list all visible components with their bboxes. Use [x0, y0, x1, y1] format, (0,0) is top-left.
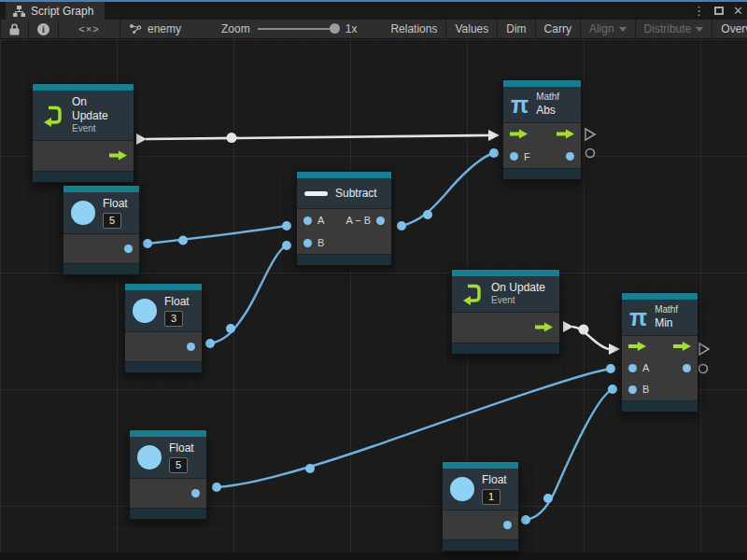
flow-input-port[interactable]	[510, 129, 528, 140]
node-accent-bar	[125, 284, 202, 290]
value-input-port-b[interactable]	[628, 385, 637, 394]
zoom-slider[interactable]	[258, 28, 338, 30]
graph-breadcrumb[interactable]: enemy	[120, 20, 190, 38]
kebab-menu-icon[interactable]: ⋮	[693, 5, 705, 17]
node-float-5-bottom[interactable]: Float 5	[129, 429, 207, 520]
edge-midpoint-dot[interactable]	[226, 324, 235, 333]
edge-float5bottom-to-min-a[interactable]	[217, 369, 611, 487]
node-mathf-min[interactable]: π Mathf Min A	[621, 292, 698, 413]
edge-onupdate1-to-abs[interactable]	[146, 135, 488, 139]
flow-output-port[interactable]	[535, 322, 553, 333]
node-footer	[622, 400, 698, 412]
value-input-port-b[interactable]	[303, 239, 312, 247]
edge-endpoint-dot	[282, 241, 291, 250]
edge-midpoint-dot[interactable]	[227, 133, 237, 143]
edge-float1-to-min-b[interactable]	[526, 389, 613, 520]
float-icon	[450, 477, 474, 501]
value-output-port[interactable]	[376, 217, 385, 225]
node-accent-bar	[452, 270, 559, 276]
value-output-port[interactable]	[191, 489, 200, 497]
mathf-pi-icon: π	[629, 305, 647, 329]
node-title: Float	[103, 197, 128, 211]
node-on-update-1[interactable]: On Update Event	[32, 83, 134, 183]
node-float-5-top[interactable]: Float 5	[63, 185, 140, 275]
overview-button[interactable]: Overview	[712, 20, 747, 38]
flow-port-triangle[interactable]	[563, 321, 573, 332]
edge-subtract-to-abs-f[interactable]	[402, 153, 494, 226]
edge-midpoint-dot[interactable]	[178, 236, 188, 245]
graph-canvas[interactable]: On Update Event π Mathf Abs	[0, 39, 747, 553]
dim-button[interactable]: Dim	[498, 20, 535, 38]
value-input[interactable]: 5	[169, 457, 188, 473]
port-label: A − B	[345, 215, 371, 226]
node-accent-bar	[297, 172, 391, 178]
node-header: π Mathf Min	[622, 300, 698, 336]
zoom-label: Zoom	[221, 22, 250, 35]
flow-output-port[interactable]	[673, 341, 691, 352]
edge-midpoint-dot[interactable]	[423, 210, 432, 219]
node-category: Mathf	[655, 304, 678, 316]
node-title: Subtract	[335, 187, 377, 200]
value-output-port[interactable]	[683, 364, 691, 372]
on-update-icon	[459, 282, 484, 305]
window-bottom-edge	[0, 553, 747, 560]
inspect-button[interactable]: i	[29, 20, 59, 38]
edge-float5top-to-subtract-a[interactable]	[148, 226, 287, 244]
node-title: On Update	[491, 281, 545, 295]
code-icon: <×>	[78, 23, 99, 35]
relations-button[interactable]: Relations	[382, 20, 446, 38]
flow-input-port[interactable]	[628, 341, 646, 352]
node-header: Float 3	[125, 290, 202, 332]
tab-script-graph[interactable]: Script Graph	[6, 2, 105, 20]
flow-port-triangle[interactable]	[136, 133, 147, 145]
node-accent-bar	[63, 186, 139, 192]
node-footer	[125, 361, 202, 372]
node-title: Abs	[536, 104, 559, 118]
flow-output-port[interactable]	[557, 129, 574, 140]
node-category: Mathf	[536, 91, 559, 104]
node-footer	[33, 171, 134, 182]
node-float-1[interactable]: Float 1	[442, 461, 519, 552]
align-button[interactable]: Align	[581, 20, 636, 38]
node-title: Float	[169, 441, 194, 455]
node-mathf-abs[interactable]: π Mathf Abs F	[502, 79, 582, 180]
node-float-3[interactable]: Float 3	[124, 283, 203, 373]
value-input-port-a[interactable]	[628, 364, 637, 372]
value-output-port[interactable]	[503, 521, 512, 529]
zoom-slider-handle[interactable]	[330, 23, 340, 34]
value-input-port-a[interactable]	[303, 217, 312, 225]
edge-endpoint-dot	[282, 221, 291, 231]
float-icon	[137, 445, 162, 469]
edge-onupdate2-to-min[interactable]	[572, 327, 609, 349]
edge-float3-to-subtract-b[interactable]	[210, 245, 287, 343]
code-preview-button[interactable]: <×>	[59, 20, 120, 38]
node-subtract[interactable]: Subtract A A − B B	[296, 171, 392, 266]
flow-output-indicator	[699, 343, 709, 355]
edge-endpoint-dot	[608, 385, 617, 394]
node-title: On Update	[72, 95, 126, 123]
maximize-icon[interactable]	[714, 7, 724, 15]
value-output-indicator	[699, 365, 708, 373]
edge-midpoint-dot[interactable]	[579, 325, 589, 335]
carry-button[interactable]: Carry	[536, 20, 581, 38]
edge-midpoint-dot[interactable]	[543, 494, 553, 503]
close-icon[interactable]: ✕	[733, 5, 743, 17]
values-button[interactable]: Values	[446, 20, 498, 38]
lock-button[interactable]	[0, 20, 29, 38]
value-input[interactable]: 1	[482, 489, 500, 505]
flow-output-port[interactable]	[109, 150, 127, 161]
value-output-port[interactable]	[187, 343, 195, 351]
window-controls: ⋮ ✕	[693, 2, 743, 20]
value-input[interactable]: 3	[164, 311, 183, 327]
node-on-update-2[interactable]: On Update Event	[451, 269, 560, 355]
value-input-port[interactable]	[510, 152, 518, 161]
distribute-button[interactable]: Distribute	[636, 20, 713, 38]
edge-arrowhead	[609, 343, 620, 355]
value-output-port[interactable]	[124, 245, 133, 253]
edge-midpoint-dot[interactable]	[305, 464, 315, 473]
graph-name: enemy	[148, 22, 181, 35]
flow-output-indicator	[585, 129, 595, 140]
node-header: On Update Event	[452, 276, 559, 313]
value-output-port[interactable]	[566, 152, 574, 161]
value-input[interactable]: 5	[103, 213, 121, 229]
